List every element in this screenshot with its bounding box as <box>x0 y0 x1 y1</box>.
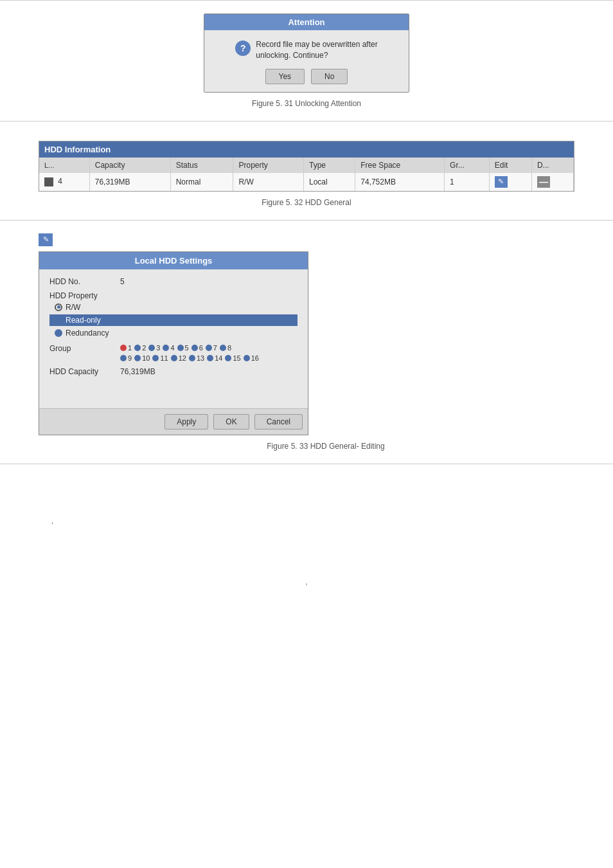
group-dots-line-1: 1 2 3 4 5 6 7 8 <box>120 344 259 352</box>
group-dot-10[interactable]: 10 <box>134 354 150 362</box>
attention-caption: Figure 5. 31 Unlocking Attention <box>252 99 361 108</box>
page-wrapper: Attention ? Record file may be overwritt… <box>0 0 613 868</box>
read-only-radio-label: Read-only <box>66 316 101 325</box>
table-row: 4 76,319MB Normal R/W Local 74,752MB 1 ✎… <box>39 173 574 191</box>
col-freespace: Free Space <box>355 158 445 173</box>
hdd-info-header: HDD Information <box>39 141 574 158</box>
local-hdd-title: Local HDD Settings <box>39 252 308 269</box>
redundancy-radio-dot <box>55 329 62 337</box>
yes-button[interactable]: Yes <box>265 69 305 84</box>
group-dot-1[interactable]: 1 <box>120 344 132 352</box>
col-checkbox: L... <box>39 158 89 173</box>
redundancy-radio-label: Redundancy <box>66 329 109 338</box>
hdd-capacity-value: 76,319MB <box>120 367 155 376</box>
hdd-table-header-row: L... Capacity Status Property Type Free … <box>39 158 574 173</box>
group-dot-7[interactable]: 7 <box>206 344 217 352</box>
cell-freespace: 74,752MB <box>355 173 445 191</box>
row-num: 4 <box>58 177 62 186</box>
rw-radio-dot <box>55 303 62 311</box>
group-dot-12[interactable]: 12 <box>171 354 186 362</box>
cancel-button[interactable]: Cancel <box>254 414 303 429</box>
group-dot-14[interactable]: 14 <box>207 354 222 362</box>
hdd-table: L... Capacity Status Property Type Free … <box>39 158 574 191</box>
read-only-radio-row[interactable]: Read-only <box>49 314 298 326</box>
group-dots-container: 1 2 3 4 5 6 7 8 9 10 11 <box>120 344 259 362</box>
group-dots-line-2: 9 10 11 12 13 14 15 16 <box>120 354 259 362</box>
col-status: Status <box>170 158 233 173</box>
col-property: Property <box>233 158 304 173</box>
rw-radio-label: R/W <box>66 303 80 312</box>
hdd-property-label-row: HDD Property <box>49 291 298 300</box>
group-dot-13[interactable]: 13 <box>189 354 204 362</box>
no-button[interactable]: No <box>311 69 348 84</box>
local-hdd-body: HDD No. 5 HDD Property R/W Read-only <box>39 269 308 408</box>
hdd-capacity-row: HDD Capacity 76,319MB <box>49 367 298 376</box>
row-checkbox[interactable] <box>44 177 53 186</box>
hdd-property-label: HDD Property <box>49 291 120 300</box>
attention-buttons: Yes No <box>265 69 348 84</box>
attention-text: Record file may be overwritten after unl… <box>256 39 377 61</box>
local-hdd-dialog: Local HDD Settings HDD No. 5 HDD Propert… <box>39 251 308 435</box>
hdd-no-label: HDD No. <box>49 277 120 286</box>
section-hdd-editing: ✎ Local HDD Settings HDD No. 5 HDD Prope… <box>0 221 613 464</box>
section-bottom: , , <box>0 464 613 868</box>
attention-title: Attention <box>288 17 324 27</box>
group-dot-9[interactable]: 9 <box>120 354 132 362</box>
cell-type: Local <box>303 173 355 191</box>
cell-delete: ― <box>531 173 573 191</box>
hdd-capacity-label: HDD Capacity <box>49 367 120 376</box>
group-dot-2[interactable]: 2 <box>134 344 146 352</box>
bottom-comma1: , <box>39 477 574 525</box>
group-dot-8[interactable]: 8 <box>220 344 231 352</box>
ok-button[interactable]: OK <box>213 414 249 429</box>
group-dot-11[interactable]: 11 <box>152 354 168 362</box>
group-dot-15[interactable]: 15 <box>225 354 240 362</box>
group-label: Group <box>49 344 120 353</box>
col-capacity: Capacity <box>89 158 170 173</box>
hdd-editing-caption: Figure 5. 33 HDD General- Editing <box>267 442 384 451</box>
col-edit: Edit <box>489 158 531 173</box>
attention-title-bar: Attention <box>204 14 409 30</box>
hdd-info-table-wrapper: HDD Information L... Capacity Status Pro… <box>39 141 574 192</box>
cell-edit: ✎ <box>489 173 531 191</box>
col-group: Gr... <box>445 158 490 173</box>
col-type: Type <box>303 158 355 173</box>
edit-icon-small[interactable]: ✎ <box>39 233 53 246</box>
cell-checkbox: 4 <box>39 173 89 191</box>
group-dot-5[interactable]: 5 <box>177 344 189 352</box>
edit-button[interactable]: ✎ <box>495 176 508 188</box>
section-hdd-info: HDD Information L... Capacity Status Pro… <box>0 122 613 221</box>
question-icon: ? <box>235 41 251 56</box>
cell-capacity: 76,319MB <box>89 173 170 191</box>
body-spacer <box>49 381 298 401</box>
group-row: Group 1 2 3 4 5 6 7 8 9 <box>49 344 298 362</box>
hdd-info-caption: Figure 5. 32 HDD General <box>39 198 574 207</box>
rw-radio-row[interactable]: R/W <box>49 303 298 312</box>
cell-group: 1 <box>445 173 490 191</box>
group-dot-6[interactable]: 6 <box>191 344 203 352</box>
cell-property: R/W <box>233 173 304 191</box>
hdd-no-value: 5 <box>120 277 125 286</box>
attention-dialog: Attention ? Record file may be overwritt… <box>204 14 409 93</box>
attention-body: ? Record file may be overwritten after u… <box>204 30 409 92</box>
group-dot-3[interactable]: 3 <box>148 344 160 352</box>
lhdd-footer: Apply OK Cancel <box>39 408 308 435</box>
group-dot-16[interactable]: 16 <box>244 354 259 362</box>
read-only-radio-dot <box>55 316 62 324</box>
hdd-no-row: HDD No. 5 <box>49 277 298 286</box>
col-delete: D... <box>531 158 573 173</box>
attention-message-row: ? Record file may be overwritten after u… <box>235 39 377 61</box>
group-dot-4[interactable]: 4 <box>163 344 174 352</box>
cell-status: Normal <box>170 173 233 191</box>
redundancy-radio-row[interactable]: Redundancy <box>49 329 298 338</box>
delete-button[interactable]: ― <box>537 176 550 188</box>
section-attention: Attention ? Record file may be overwritt… <box>0 1 613 122</box>
apply-button[interactable]: Apply <box>164 414 208 429</box>
bottom-comma2: , <box>39 525 574 586</box>
